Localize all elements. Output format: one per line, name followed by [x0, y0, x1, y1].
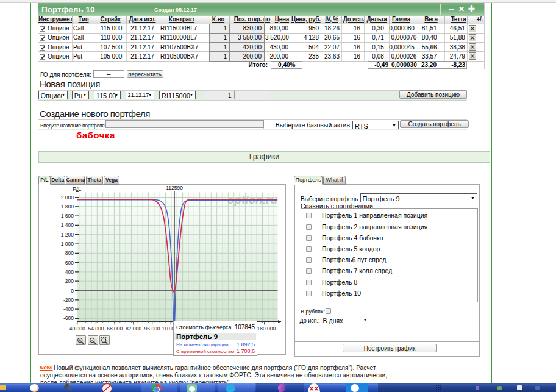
svg-text:40 000: 40 000	[70, 326, 85, 332]
svg-text:1 800: 1 800	[61, 204, 74, 210]
svg-text:1 200: 1 200	[61, 232, 74, 238]
svg-text:-200: -200	[63, 297, 74, 303]
svg-text:82 000: 82 000	[126, 326, 141, 332]
svg-text:-600: -600	[63, 315, 74, 321]
svg-text:96 000: 96 000	[144, 326, 160, 332]
svg-text:2 000: 2 000	[61, 194, 74, 201]
svg-text:600: 600	[65, 260, 74, 266]
svg-text:800: 800	[65, 250, 74, 256]
svg-text:0: 0	[71, 288, 74, 294]
svg-text:112590: 112590	[166, 185, 183, 191]
svg-text:68 000: 68 000	[107, 326, 123, 332]
svg-text:54 000: 54 000	[88, 326, 104, 332]
svg-text:-400: -400	[63, 306, 74, 312]
svg-text:1 400: 1 400	[61, 222, 74, 228]
svg-text:200: 200	[65, 278, 74, 284]
svg-text:180 000: 180 000	[257, 326, 276, 332]
svg-text:1 000: 1 000	[61, 241, 74, 247]
svg-text:1 600: 1 600	[61, 213, 74, 219]
svg-text:400: 400	[65, 269, 74, 275]
